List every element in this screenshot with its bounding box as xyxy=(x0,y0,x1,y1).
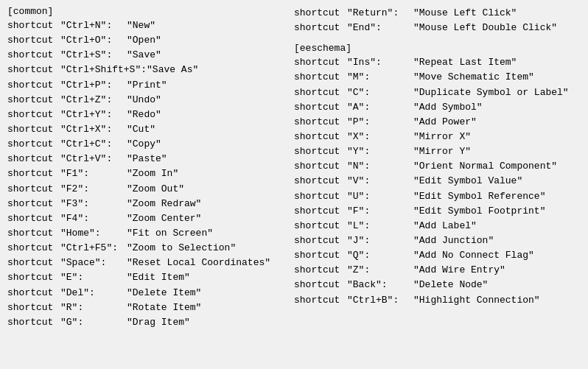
left-shortcut-row: shortcut"Ctrl+Z":"Undo" xyxy=(7,93,287,108)
shortcut-keyword: shortcut xyxy=(7,137,60,152)
shortcut-label: "Save As" xyxy=(147,63,198,77)
shortcut-label: "Cut" xyxy=(127,122,155,137)
shortcut-label: "Add No Connect Flag" xyxy=(413,248,534,263)
left-shortcut-row: shortcut"Home":"Fit on Screen" xyxy=(7,226,287,241)
shortcut-keyword: shortcut xyxy=(294,174,347,189)
right-shortcut-row: shortcut"P":"Add Power" xyxy=(294,115,573,130)
shortcut-key: "C": xyxy=(347,85,413,100)
shortcut-keyword: shortcut xyxy=(7,211,60,226)
shortcut-keyword: shortcut xyxy=(294,233,347,248)
right-shortcut-row: shortcut"Ins":"Repeat Last Item" xyxy=(294,55,573,70)
shortcut-label: "Reset Local Coordinates" xyxy=(127,256,270,270)
shortcut-keyword: shortcut xyxy=(7,48,60,63)
right-shortcut-row: shortcut"Ctrl+B":"Highlight Connection" xyxy=(294,293,573,308)
shortcut-key: "J": xyxy=(347,233,413,248)
right-shortcut-row: shortcut"Z":"Add Wire Entry" xyxy=(294,263,573,278)
shortcut-key: "U": xyxy=(347,189,413,204)
shortcut-key: "Space": xyxy=(60,256,127,270)
shortcut-key: "Ctrl+B": xyxy=(347,293,413,308)
right-shortcuts-list: shortcut"Ins":"Repeat Last Item"shortcut… xyxy=(294,55,573,307)
shortcut-key: "L": xyxy=(347,219,413,233)
shortcut-keyword: shortcut xyxy=(294,159,347,174)
left-shortcut-row: shortcut"Ctrl+Y":"Redo" xyxy=(7,108,287,122)
shortcut-key: "Ctrl+Y": xyxy=(60,108,127,122)
right-shortcut-row: shortcut"F":"Edit Symbol Footprint" xyxy=(294,204,573,219)
left-shortcut-row: shortcut"Ctrl+C":"Copy" xyxy=(7,137,287,152)
shortcut-key: "Back": xyxy=(347,278,413,292)
shortcut-label: "Add Wire Entry" xyxy=(413,263,505,278)
shortcut-label: "Add Symbol" xyxy=(413,100,483,115)
shortcut-key: "Ctrl+X": xyxy=(60,122,127,137)
right-shortcut-row: shortcut"A":"Add Symbol" xyxy=(294,100,573,115)
shortcut-key: "P": xyxy=(347,115,413,130)
shortcut-key: "Home": xyxy=(60,226,127,241)
shortcut-label: "Orient Normal Component" xyxy=(413,159,557,174)
right-column: shortcut"Return":"Mouse Left Click"short… xyxy=(294,6,581,330)
right-shortcut-row: shortcut"Q":"Add No Connect Flag" xyxy=(294,248,573,263)
shortcut-key: "X": xyxy=(347,130,413,144)
left-shortcut-row: shortcut"F4":"Zoom Center" xyxy=(7,211,287,226)
left-shortcut-row: shortcut"Ctrl+P":"Print" xyxy=(7,78,287,93)
shortcut-label: "Undo" xyxy=(127,93,161,108)
shortcut-label: "Edit Symbol Value" xyxy=(413,174,522,189)
shortcut-key: "Ctrl+P": xyxy=(60,78,127,93)
left-shortcut-row: shortcut"Ctrl+N":"New" xyxy=(7,18,287,33)
shortcut-keyword: shortcut xyxy=(7,226,60,241)
shortcut-label: "Copy" xyxy=(127,137,161,152)
right-shortcut-row: shortcut"Y":"Mirror Y" xyxy=(294,144,573,159)
shortcut-key: "G": xyxy=(60,315,127,330)
shortcut-label: "Paste" xyxy=(127,152,167,166)
shortcut-label: "New" xyxy=(127,18,155,33)
right-shortcut-row: shortcut"C":"Duplicate Symbol or Label" xyxy=(294,85,573,100)
shortcut-keyword: shortcut xyxy=(7,286,60,301)
main-content: [common] shortcut"Ctrl+N":"New"shortcut"… xyxy=(7,6,581,330)
shortcut-label: "Edit Symbol Footprint" xyxy=(413,204,545,219)
shortcut-key: "A": xyxy=(347,100,413,115)
shortcut-keyword: shortcut xyxy=(294,130,347,144)
shortcut-key: "F3": xyxy=(60,197,127,211)
shortcut-label: "Repeat Last Item" xyxy=(413,55,517,70)
shortcut-keyword: shortcut xyxy=(7,315,60,330)
shortcut-label: "Add Label" xyxy=(413,219,477,233)
shortcut-keyword: shortcut xyxy=(294,144,347,159)
shortcut-keyword: shortcut xyxy=(294,189,347,204)
shortcut-label: "Mouse Left Click" xyxy=(413,6,517,21)
right-top-shortcut-row: shortcut"End":"Mouse Left Double Click" xyxy=(294,21,573,35)
shortcut-key: "Ctrl+Z": xyxy=(60,93,127,108)
left-shortcut-row: shortcut"Ctrl+O":"Open" xyxy=(7,33,287,48)
shortcut-keyword: shortcut xyxy=(7,256,60,270)
shortcut-key: "R": xyxy=(60,301,127,315)
shortcut-key: "Y": xyxy=(347,144,413,159)
right-top-shortcuts-list: shortcut"Return":"Mouse Left Click"short… xyxy=(294,6,573,35)
shortcut-key: "Ctrl+S": xyxy=(60,48,127,63)
left-shortcut-row: shortcut"Ctrl+V":"Paste" xyxy=(7,152,287,166)
shortcut-key: "F": xyxy=(347,204,413,219)
shortcut-key: "Del": xyxy=(60,286,127,301)
shortcut-label: "Redo" xyxy=(127,108,161,122)
shortcut-keyword: shortcut xyxy=(294,21,347,35)
shortcut-key: "F4": xyxy=(60,211,127,226)
right-shortcut-row: shortcut"U":"Edit Symbol Reference" xyxy=(294,189,573,204)
shortcut-label: "Edit Item" xyxy=(127,270,190,285)
shortcut-keyword: shortcut xyxy=(294,100,347,115)
left-shortcut-row: shortcut"Ctrl+X":"Cut" xyxy=(7,122,287,137)
right-shortcut-row: shortcut"V":"Edit Symbol Value" xyxy=(294,174,573,189)
shortcut-keyword: shortcut xyxy=(7,241,60,256)
shortcut-keyword: shortcut xyxy=(7,93,60,108)
shortcut-label: "Fit on Screen" xyxy=(127,226,213,241)
eeschema-section: [eeschema] shortcut"Ins":"Repeat Last It… xyxy=(294,43,573,307)
right-shortcut-row: shortcut"Back":"Delete Node" xyxy=(294,278,573,292)
shortcut-keyword: shortcut xyxy=(7,197,60,211)
shortcut-key: "Return": xyxy=(347,6,413,21)
shortcut-label: "Delete Item" xyxy=(127,286,201,301)
shortcut-keyword: shortcut xyxy=(7,33,60,48)
shortcut-keyword: shortcut xyxy=(294,6,347,21)
shortcut-label: "Zoom In" xyxy=(127,166,178,181)
shortcut-label: "Rotate Item" xyxy=(127,301,201,315)
left-shortcut-row: shortcut"Del":"Delete Item" xyxy=(7,286,287,301)
left-shortcut-row: shortcut"E":"Edit Item" xyxy=(7,270,287,285)
shortcut-key: "E": xyxy=(60,270,127,285)
right-top-shortcut-row: shortcut"Return":"Mouse Left Click" xyxy=(294,6,573,21)
shortcut-key: "Ctrl+C": xyxy=(60,137,127,152)
shortcut-key: "Ins": xyxy=(347,55,413,70)
